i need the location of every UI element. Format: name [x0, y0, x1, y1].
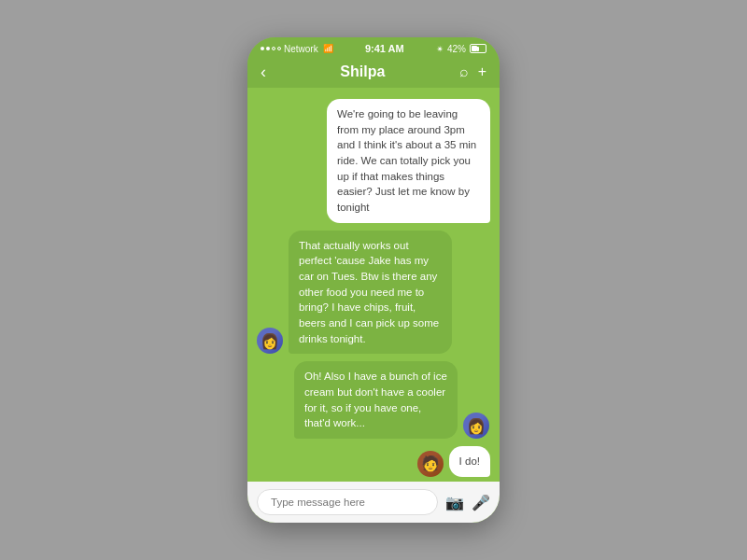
battery-fill [472, 46, 477, 51]
battery-pct: 42% [447, 44, 466, 54]
bubble-received: That actually works out perfect 'cause J… [289, 231, 452, 355]
chat-area: We're going to be leaving from my place … [247, 88, 500, 482]
message-text: We're going to be leaving from my place … [337, 108, 476, 213]
signal-dot-3 [272, 47, 275, 50]
status-time: 9:41 AM [365, 43, 404, 54]
phone-frame: Network 📶 9:41 AM ✴ 42% ‹ Shilpa ⌕ + We'… [247, 37, 500, 523]
avatar-me-2: 👩 [463, 413, 489, 439]
avatar-face-shilpa: 🧑 [421, 455, 440, 472]
input-bar: 📷 🎤 [247, 482, 500, 523]
bubble-received-2: Oh! Also I have a bunch of ice cream but… [294, 361, 458, 439]
message-text: I do! [459, 455, 480, 467]
signal-dots [261, 47, 281, 50]
bluetooth-icon: ✴ [436, 44, 444, 54]
search-icon[interactable]: ⌕ [459, 63, 469, 80]
avatar-me: 👩 [257, 328, 283, 354]
bubble-sent-2: I do! [449, 446, 490, 477]
message-text: Oh! Also I have a bunch of ice cream but… [304, 371, 447, 428]
nav-title: Shilpa [340, 63, 385, 80]
mic-icon[interactable]: 🎤 [472, 494, 490, 511]
message-input[interactable] [257, 489, 438, 515]
status-bar: Network 📶 9:41 AM ✴ 42% [247, 37, 500, 58]
message-row: Oh! Also I have a bunch of ice cream but… [257, 361, 490, 439]
signal-dot-2 [266, 47, 270, 50]
signal-dot-1 [261, 47, 264, 50]
message-text: That actually works out perfect 'cause J… [299, 240, 439, 344]
wifi-icon: 📶 [323, 44, 333, 53]
status-left: Network 📶 [261, 44, 333, 54]
message-row: 👩 That actually works out perfect 'cause… [257, 231, 490, 355]
nav-actions: ⌕ + [459, 63, 486, 80]
status-right: ✴ 42% [436, 44, 486, 54]
signal-dot-4 [277, 47, 281, 50]
nav-bar: ‹ Shilpa ⌕ + [247, 58, 500, 88]
avatar-face-2: 👩 [467, 417, 486, 435]
battery-icon [470, 44, 486, 53]
back-button[interactable]: ‹ [261, 63, 266, 80]
network-label: Network [284, 44, 318, 54]
avatar-shilpa: 🧑 [417, 451, 444, 477]
avatar-face: 👩 [261, 332, 279, 350]
bubble-sent: We're going to be leaving from my place … [327, 99, 490, 223]
battery-tip [477, 47, 479, 51]
message-row: We're going to be leaving from my place … [257, 99, 490, 223]
message-row-4: 🧑 I do! [257, 446, 490, 477]
add-icon[interactable]: + [478, 63, 486, 80]
camera-icon[interactable]: 📷 [445, 494, 464, 511]
